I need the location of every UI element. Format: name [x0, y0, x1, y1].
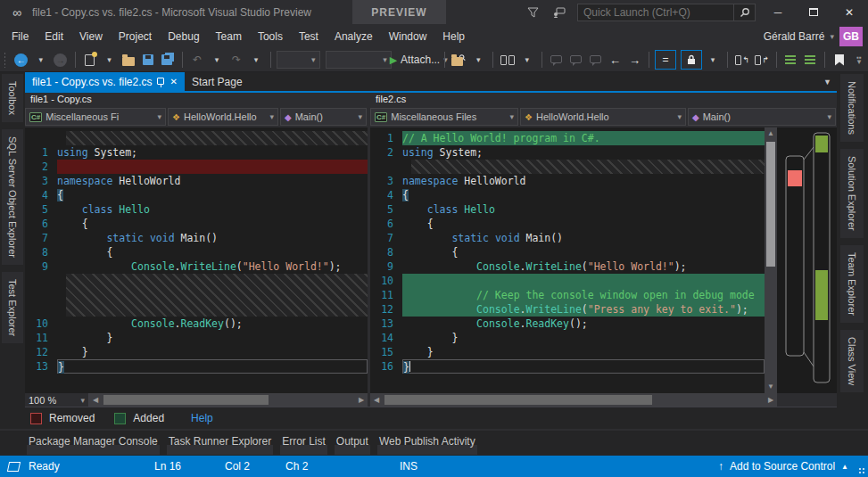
side-tab-sql-server-object-explorer[interactable]: SQL Server Object Explorer [2, 129, 23, 265]
diff-overview-map[interactable] [777, 127, 837, 393]
help-link[interactable]: Help [191, 412, 213, 424]
right-vertical-scrollbar[interactable]: ▲ ▼ [765, 127, 777, 393]
uncomment-selection-button[interactable] [801, 50, 819, 70]
panel-tab-output[interactable]: Output [335, 433, 370, 455]
resize-grip[interactable] [858, 467, 865, 474]
diff-options-caret[interactable]: ▾ [704, 50, 722, 70]
next-comment-button[interactable] [586, 50, 604, 70]
new-file-dropdown-caret[interactable]: ▾ [100, 50, 118, 70]
panel-tab-web-publish-activity[interactable]: Web Publish Activity [377, 433, 477, 455]
add-comment-button[interactable] [547, 50, 565, 70]
menu-team[interactable]: Team [208, 27, 250, 46]
member-dropdown[interactable]: ◆ Main()▾ [688, 108, 836, 126]
compare-documents-button[interactable] [499, 50, 517, 70]
toolbar-drag-handle[interactable] [4, 52, 7, 68]
add-to-source-control-button[interactable]: ↑ Add to Source Control ▲ [718, 460, 868, 473]
scroll-left-icon[interactable]: ◀ [370, 396, 383, 404]
left-horizontal-scrollbar[interactable]: ◀ ▶ [89, 393, 368, 407]
scrollbar-thumb[interactable] [766, 142, 775, 267]
increase-indent-button[interactable]: ↱ [753, 50, 771, 70]
menu-analyze[interactable]: Analyze [327, 27, 381, 46]
tab-diff-document[interactable]: file1 - Copy.cs vs. file2.cs ✕ [25, 72, 185, 91]
menu-file[interactable]: File [4, 27, 37, 46]
user-avatar[interactable]: GB [839, 27, 863, 46]
menu-debug[interactable]: Debug [160, 27, 207, 46]
pin-icon[interactable] [157, 78, 164, 85]
navigate-back-button[interactable]: ← [12, 50, 30, 70]
decrease-indent-button[interactable]: ↰ [733, 50, 751, 70]
scroll-right-icon[interactable]: ▶ [765, 396, 777, 404]
prev-difference-button[interactable]: ← [606, 50, 624, 70]
zoom-level-select[interactable]: 100 %▾ [25, 393, 89, 407]
next-difference-button[interactable]: → [625, 50, 643, 70]
back-dropdown-caret[interactable]: ▾ [32, 50, 50, 70]
new-file-button[interactable] [80, 50, 98, 70]
right-code-editor[interactable]: 1// A Hello World! program in C#.2using … [370, 127, 765, 393]
quick-launch-box[interactable] [577, 4, 756, 21]
configuration-combobox[interactable]: ▾ [277, 51, 320, 69]
undo-dropdown-caret[interactable]: ▾ [208, 50, 226, 70]
right-horizontal-scrollbar[interactable]: ◀ ▶ [370, 393, 777, 407]
redo-dropdown-caret[interactable]: ▾ [247, 50, 265, 70]
side-tab-class-view[interactable]: Class View [840, 330, 864, 392]
menu-tools[interactable]: Tools [250, 27, 291, 46]
save-all-button[interactable] [159, 50, 177, 70]
removed-color-swatch [30, 413, 42, 424]
find-dropdown-caret[interactable]: ▾ [469, 50, 487, 70]
menu-project[interactable]: Project [111, 27, 160, 46]
side-tab-notifications[interactable]: Notifications [840, 74, 864, 142]
project-dropdown[interactable]: C# Miscellaneous Fi▾ [25, 108, 166, 126]
scroll-up-icon[interactable]: ▲ [767, 127, 774, 140]
project-dropdown[interactable]: C# Miscellaneous Files▾ [370, 108, 518, 126]
scroll-right-icon[interactable]: ▶ [355, 396, 368, 404]
attach-button[interactable]: ▶ Attach... ▾ [399, 50, 439, 70]
find-in-files-button[interactable] [450, 50, 467, 70]
tab-start-page[interactable]: Start Page [185, 72, 250, 91]
panel-tab-task-runner-explorer[interactable]: Task Runner Explorer [167, 433, 273, 455]
type-dropdown[interactable]: ❖ HelloWorld.Hello▾ [168, 108, 278, 126]
scroll-left-icon[interactable]: ◀ [89, 396, 102, 404]
side-tab-test-explorer[interactable]: Test Explorer [2, 272, 23, 343]
menu-window[interactable]: Window [381, 27, 435, 46]
type-dropdown[interactable]: ❖ HelloWorld.Hello▾ [520, 108, 686, 126]
quick-launch-input[interactable] [578, 6, 733, 19]
scrollbar-thumb[interactable] [103, 395, 269, 405]
minimize-button[interactable]: ─ [765, 3, 791, 22]
undo-button[interactable]: ↶ [188, 50, 206, 70]
bookmark-button[interactable] [831, 50, 848, 70]
panel-tab-package-manager-console[interactable]: Package Manager Console [27, 433, 160, 455]
ignore-whitespace-toggle[interactable]: = [655, 50, 676, 70]
compare-dropdown-caret[interactable]: ▾ [518, 50, 536, 70]
send-feedback-icon[interactable] [550, 4, 568, 21]
right-tool-strip: NotificationsSolution ExplorerTeam Explo… [837, 72, 868, 429]
comment-selection-button[interactable] [781, 50, 799, 70]
user-name[interactable]: Gérald Barré [764, 30, 825, 43]
side-tab-solution-explorer[interactable]: Solution Explorer [840, 149, 864, 238]
menu-test[interactable]: Test [291, 27, 327, 46]
tab-close-icon[interactable]: ✕ [169, 77, 177, 86]
scroll-down-icon[interactable]: ▼ [767, 381, 774, 393]
maximize-button[interactable] [800, 3, 827, 22]
side-tab-toolbox[interactable]: Toolbox [2, 74, 23, 122]
scrollbar-thumb[interactable] [384, 395, 652, 405]
close-button[interactable]: ✕ [836, 3, 863, 22]
feedback-filter-icon[interactable] [524, 4, 541, 21]
menu-edit[interactable]: Edit [37, 27, 71, 46]
user-menu-caret-icon[interactable]: ▾ [830, 32, 834, 41]
document-well-overflow-caret[interactable]: ▼ [823, 78, 831, 86]
prev-comment-button[interactable] [566, 50, 584, 70]
left-code-editor[interactable]: 1using System;23namespace HelloWorld4{5 … [25, 127, 368, 393]
side-tab-team-explorer[interactable]: Team Explorer [840, 245, 864, 323]
menu-help[interactable]: Help [434, 27, 473, 46]
save-button[interactable] [139, 50, 157, 70]
toolbar-overflow-button[interactable]: ▪▪▾ [850, 50, 868, 70]
search-icon[interactable] [733, 4, 755, 21]
navigate-forward-button[interactable]: → [52, 50, 70, 70]
menu-view[interactable]: View [71, 27, 111, 46]
panel-tab-error-list[interactable]: Error List [280, 433, 327, 455]
redo-button[interactable]: ↷ [227, 50, 245, 70]
open-file-button[interactable] [120, 50, 137, 70]
synchronize-views-toggle[interactable] [681, 50, 702, 70]
member-dropdown[interactable]: ◆ Main()▾ [280, 108, 367, 126]
platform-combobox[interactable]: ▾ [326, 51, 392, 69]
